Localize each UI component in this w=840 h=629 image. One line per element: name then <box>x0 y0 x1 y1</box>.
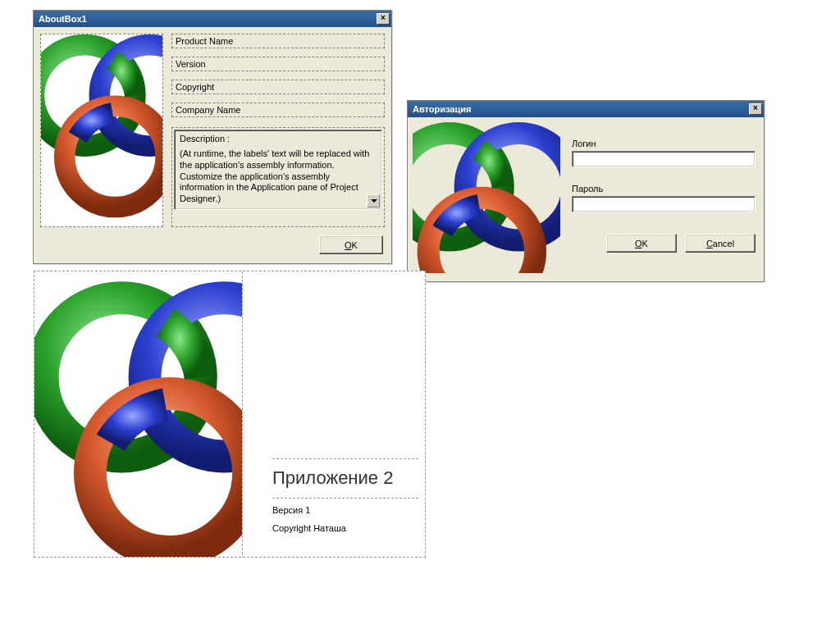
auth-image-panel <box>413 122 560 273</box>
close-icon[interactable]: × <box>377 13 390 25</box>
company-label: Company Name <box>171 103 385 117</box>
rings-icon <box>413 122 560 273</box>
login-label: Логин <box>572 139 756 148</box>
rings-icon <box>34 271 242 557</box>
password-label: Пароль <box>572 184 756 194</box>
splash-copyright: Copyright Наташа <box>272 523 418 533</box>
splash-title: Приложение 2 <box>272 467 418 489</box>
ok-button[interactable]: OK <box>606 234 677 253</box>
splash-screen: Приложение 2 Версия 1 Copyright Наташа <box>34 271 426 558</box>
password-input[interactable] <box>572 196 756 212</box>
description-label: Description : <box>180 134 377 144</box>
auth-title: Авторизация <box>413 104 471 114</box>
login-input[interactable] <box>572 151 756 167</box>
about-dialog: AboutBox1 × Product Name Version Copyrig… <box>33 10 392 264</box>
cancel-button[interactable]: Cancel <box>685 234 756 253</box>
close-icon[interactable]: × <box>749 103 762 115</box>
about-image-panel <box>40 34 163 227</box>
auth-titlebar[interactable]: Авторизация × <box>408 101 764 117</box>
copyright-label: Copyright <box>171 80 385 94</box>
auth-dialog: Авторизация × Логин Пароль OK Cancel <box>407 100 765 282</box>
product-name-label: Product Name <box>171 34 385 48</box>
scroll-down-icon[interactable] <box>367 194 380 207</box>
about-titlebar[interactable]: AboutBox1 × <box>34 11 391 27</box>
splash-image-panel <box>34 271 243 557</box>
version-label: Version <box>171 57 385 71</box>
description-text: (At runtime, the labels' text will be re… <box>180 148 377 205</box>
splash-version: Версия 1 <box>272 505 418 515</box>
about-title: AboutBox1 <box>39 14 87 24</box>
ok-button[interactable]: OK <box>319 235 383 254</box>
rings-icon <box>41 34 162 226</box>
description-box[interactable]: Description : (At runtime, the labels' t… <box>174 130 382 210</box>
